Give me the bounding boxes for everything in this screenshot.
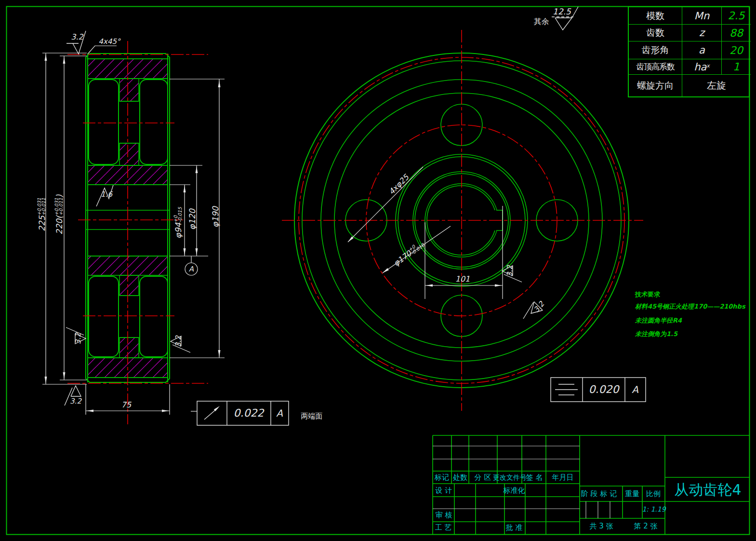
param-name: 齿数: [629, 24, 682, 41]
part-name: 从动齿轮4: [674, 483, 741, 497]
tb-stage-label: 阶 段 标 记: [581, 490, 617, 498]
param-symbol: z: [682, 24, 721, 41]
holes-leader: [348, 167, 423, 242]
cad-drawing-canvas: 其余 12.5 模数 Mn 2.5 齿数 z 88 齿形角 a 20 齿顶高系数…: [0, 0, 756, 541]
surplus-roughness-value: 12.5: [553, 8, 571, 16]
dim-keyway-101: 101: [455, 275, 470, 283]
dim-od-225: 225+0.031+0.011: [38, 198, 47, 231]
tb-header-mark: 标记: [435, 474, 449, 481]
symmetry-icon: [555, 384, 578, 395]
tb-audit-label: 审 核: [436, 512, 452, 519]
roughness-bottom-value: 3.2: [70, 398, 81, 405]
right-view-centerlines: [282, 30, 643, 411]
tb-design-label: 设 计: [436, 487, 452, 494]
roughness-keyway-value: 3.2: [506, 265, 514, 277]
tb-scale-label: 比例: [646, 490, 661, 498]
tech-notes-title: 技术要求: [635, 290, 660, 299]
symmetry-value: 0.020: [589, 384, 619, 395]
tb-sheets-total: 共 3 张: [589, 523, 613, 530]
chamfer-leader: [88, 46, 117, 54]
chamfer-label: 4x45°: [98, 38, 120, 45]
param-value: 20: [721, 41, 751, 59]
title-block-grid-white: [433, 446, 610, 518]
param-value: 88: [721, 24, 751, 41]
symmetry-datum: A: [632, 385, 638, 394]
runout-datum: A: [276, 408, 283, 418]
datum-a-label: A: [189, 266, 194, 273]
dim-rim-190: φ190: [212, 206, 220, 228]
tb-scale-value: 1: 1.19: [642, 506, 665, 513]
dim-hub-120: φ120: [188, 209, 197, 230]
tb-header-zone: 分 区: [475, 474, 491, 481]
tech-notes-line: 材料45号钢正火处理170——210hbs: [635, 302, 745, 311]
tb-header-count: 处数: [453, 474, 467, 481]
tech-notes-line: 未注圆角半径R4: [635, 316, 682, 325]
tech-notes-line: 未注倒角为1.5: [635, 330, 677, 338]
runout-value: 0.022: [234, 408, 264, 419]
gear-param-table: 模数 Mn 2.5 齿数 z 88 齿形角 a 20 齿顶高系数 hax 1 螺…: [628, 6, 750, 97]
param-symbol: a: [682, 41, 721, 59]
dim-root-220: 220(+0.031+0.011): [55, 195, 64, 235]
tb-header-date: 年月日: [552, 474, 574, 481]
param-value: 1: [721, 59, 751, 74]
right-view-dimensions: [348, 167, 503, 299]
param-name: 模数: [629, 7, 682, 24]
tb-header-docno: 更改文件号: [493, 474, 527, 481]
tb-approve-label: 批 准: [506, 524, 523, 531]
roughness-right-value: 3.2: [175, 336, 182, 347]
param-name: 齿顶高系数: [629, 59, 682, 74]
dim-bore-94: φ94+0-0.015: [174, 207, 183, 238]
tb-standardize-label: 标准化: [504, 487, 525, 494]
tb-sheet-number: 第 2 张: [634, 523, 657, 530]
tb-weight-label: 重量: [625, 490, 639, 498]
param-symbol: Mn: [682, 7, 721, 24]
surplus-label: 其余: [534, 18, 549, 26]
tb-header-sign: 签 名: [526, 474, 543, 481]
param-symbol: hax: [682, 59, 721, 74]
param-value: 左旋: [682, 74, 751, 96]
param-name: 齿形角: [629, 41, 682, 59]
roughness-hub-value: 1.6: [101, 191, 112, 198]
param-value: 2.5: [721, 7, 751, 24]
runout-note: 两端面: [301, 413, 323, 420]
roughness-left-value: 3.2: [75, 333, 82, 344]
roughness-top-value: 3.2: [71, 33, 83, 41]
dim-width-75: 75: [121, 401, 131, 409]
tb-process-label: 工 艺: [435, 524, 452, 531]
param-name: 螺旋方向: [629, 74, 682, 96]
